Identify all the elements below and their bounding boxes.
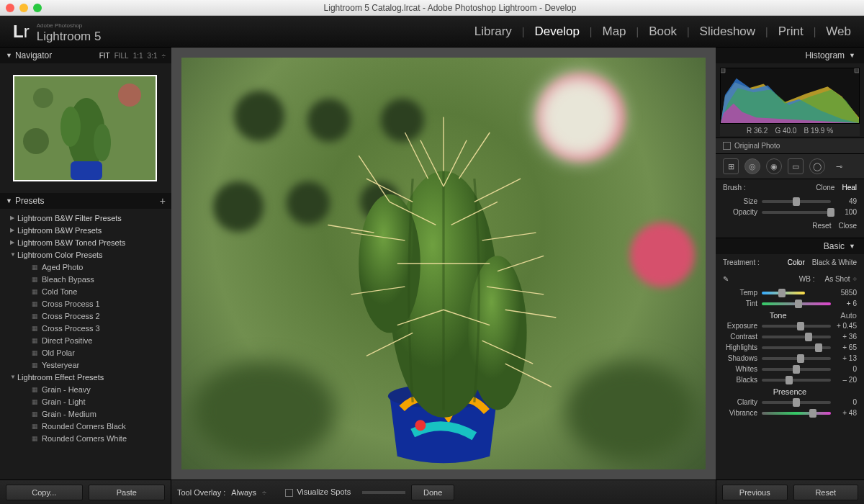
preset-item[interactable]: ▦Direct Positive bbox=[0, 334, 171, 346]
preset-group[interactable]: ▶Lightroom B&W Presets bbox=[0, 224, 171, 236]
radial-tool-icon[interactable]: ◯ bbox=[809, 158, 825, 174]
opacity-slider[interactable]: Opacity100 bbox=[716, 207, 864, 217]
brush-mode-heal[interactable]: Heal bbox=[842, 184, 857, 192]
os-titlebar: Lightroom 5 Catalog.lrcat - Adobe Photos… bbox=[0, 0, 864, 16]
tint-slider[interactable]: Tint + 6 bbox=[716, 298, 864, 309]
module-map[interactable]: Map bbox=[602, 24, 626, 39]
brush-mode-clone[interactable]: Clone bbox=[816, 184, 834, 192]
module-print[interactable]: Print bbox=[778, 24, 804, 39]
presets-header[interactable]: ▼ Presets + bbox=[0, 193, 171, 209]
spot-tool-icon[interactable]: ◎ bbox=[744, 158, 760, 174]
histogram[interactable]: R 36.2 G 40.0 B 19.9 % bbox=[716, 63, 864, 138]
preset-item[interactable]: ▦Yesteryear bbox=[0, 359, 171, 371]
zoom-1:1[interactable]: 1:1 bbox=[133, 52, 143, 60]
copy-button[interactable]: Copy... bbox=[6, 485, 83, 500]
close-brush-button[interactable]: Close bbox=[838, 222, 857, 233]
module-develop[interactable]: Develop bbox=[534, 24, 579, 39]
navigator-header[interactable]: ▼ Navigator FITFILL1:13:1÷ bbox=[0, 48, 171, 63]
preset-item[interactable]: ▦Grain - Medium bbox=[0, 408, 171, 420]
module-web[interactable]: Web bbox=[826, 24, 851, 39]
dropdown-icon[interactable]: ÷ bbox=[162, 52, 166, 60]
zoom-3:1[interactable]: 3:1 bbox=[148, 52, 158, 60]
preset-item[interactable]: ▦Cross Process 1 bbox=[0, 297, 171, 310]
preset-item[interactable]: ▦Cross Process 3 bbox=[0, 322, 171, 334]
redeye-tool-icon[interactable]: ◉ bbox=[766, 158, 782, 174]
expand-icon: ▶ bbox=[10, 227, 17, 233]
reset-brush-button[interactable]: Reset bbox=[812, 222, 831, 233]
previous-button[interactable]: Previous bbox=[722, 485, 788, 500]
svg-point-12 bbox=[468, 256, 526, 410]
preset-item[interactable]: ▦Grain - Heavy bbox=[0, 383, 171, 395]
module-slideshow[interactable]: Slideshow bbox=[700, 24, 756, 39]
clarity-slider[interactable]: Clarity0 bbox=[716, 397, 864, 408]
app-logo: Lr Adobe Photoshop Lightroom 5 bbox=[13, 19, 101, 44]
navigator-thumb[interactable] bbox=[0, 63, 171, 193]
vibrance-slider[interactable]: Vibrance+ 48 bbox=[716, 408, 864, 418]
image-viewport[interactable] bbox=[171, 48, 716, 480]
preset-icon: ▦ bbox=[32, 398, 42, 405]
dropdown-icon[interactable]: ÷ bbox=[853, 275, 858, 283]
separator: | bbox=[522, 26, 525, 37]
paste-button[interactable]: Paste bbox=[89, 485, 166, 500]
module-library[interactable]: Library bbox=[474, 24, 512, 39]
visualize-threshold-slider[interactable] bbox=[362, 491, 405, 494]
preset-group[interactable]: ▶Lightroom B&W Filter Presets bbox=[0, 212, 171, 224]
highlights-slider[interactable]: Highlights+ 65 bbox=[716, 342, 864, 353]
preset-item[interactable]: ▦Aged Photo bbox=[0, 261, 171, 273]
separator: | bbox=[814, 26, 816, 37]
checkbox-icon[interactable] bbox=[285, 489, 293, 497]
histogram-header[interactable]: Histogram ▼ bbox=[716, 48, 864, 63]
brush-tool-icon[interactable]: ⊸ bbox=[831, 158, 847, 174]
blacks-slider[interactable]: Blacks– 20 bbox=[716, 374, 864, 385]
contrast-slider[interactable]: Contrast+ 36 bbox=[716, 331, 864, 342]
preset-group[interactable]: ▼Lightroom Color Presets bbox=[0, 248, 171, 261]
preset-item[interactable]: ▦Cross Process 2 bbox=[0, 310, 171, 322]
auto-tone-button[interactable]: Auto bbox=[840, 311, 857, 320]
treatment-row: Treatment : ColorBlack & White bbox=[716, 254, 864, 271]
gradient-tool-icon[interactable]: ▭ bbox=[788, 158, 804, 174]
checkbox-icon[interactable] bbox=[723, 142, 731, 150]
presets-tree: ▶Lightroom B&W Filter Presets▶Lightroom … bbox=[0, 209, 171, 480]
wb-value[interactable]: As Shot bbox=[824, 275, 850, 283]
zoom-fit[interactable]: FIT bbox=[99, 52, 110, 60]
basic-header[interactable]: Basic ▼ bbox=[716, 238, 864, 254]
tool-overlay-value[interactable]: Always bbox=[231, 488, 256, 497]
eyedropper-icon[interactable]: ✎ bbox=[723, 275, 734, 283]
preset-item[interactable]: ▦Rounded Corners White bbox=[0, 432, 171, 444]
crop-tool-icon[interactable]: ⊞ bbox=[723, 158, 739, 174]
done-button[interactable]: Done bbox=[411, 485, 454, 500]
photo bbox=[181, 58, 706, 469]
preset-item[interactable]: ▦Old Polar bbox=[0, 346, 171, 359]
treatment-black & white[interactable]: Black & White bbox=[812, 258, 857, 266]
preset-icon: ▦ bbox=[32, 300, 42, 307]
tool-strip: ⊞ ◎ ◉ ▭ ◯ ⊸ bbox=[716, 154, 864, 179]
preset-group[interactable]: ▼Lightroom Effect Presets bbox=[0, 371, 171, 383]
brush-label: Brush : bbox=[723, 184, 746, 192]
temp-slider[interactable]: Temp 5850 bbox=[716, 287, 864, 298]
pin-icon[interactable] bbox=[723, 222, 734, 233]
original-photo-toggle[interactable]: Original Photo bbox=[716, 138, 864, 154]
zoom-fill[interactable]: FILL bbox=[114, 52, 129, 60]
minimize-window-icon[interactable] bbox=[19, 4, 28, 12]
dropdown-icon[interactable]: ÷ bbox=[262, 488, 266, 497]
preset-icon: ▦ bbox=[32, 276, 42, 283]
preset-item[interactable]: ▦Grain - Light bbox=[0, 395, 171, 408]
close-window-icon[interactable] bbox=[6, 4, 14, 12]
add-preset-icon[interactable]: + bbox=[160, 195, 166, 207]
preset-group[interactable]: ▶Lightroom B&W Toned Presets bbox=[0, 236, 171, 248]
shadows-slider[interactable]: Shadows+ 13 bbox=[716, 353, 864, 364]
preset-item[interactable]: ▦Rounded Corners Black bbox=[0, 420, 171, 432]
preset-item[interactable]: ▦Cold Tone bbox=[0, 285, 171, 297]
exposure-slider[interactable]: Exposure+ 0.45 bbox=[716, 320, 864, 331]
preset-item[interactable]: ▦Bleach Bypass bbox=[0, 273, 171, 285]
treatment-color[interactable]: Color bbox=[788, 258, 805, 266]
size-slider[interactable]: Size49 bbox=[716, 196, 864, 207]
expand-icon: ▶ bbox=[10, 215, 17, 221]
presets-title: Presets bbox=[15, 196, 45, 206]
collapse-icon: ▼ bbox=[849, 52, 855, 59]
navigator-title: Navigator bbox=[15, 50, 52, 60]
reset-button[interactable]: Reset bbox=[793, 485, 859, 500]
whites-slider[interactable]: Whites0 bbox=[716, 364, 864, 374]
zoom-window-icon[interactable] bbox=[33, 4, 42, 12]
module-book[interactable]: Book bbox=[649, 24, 677, 39]
